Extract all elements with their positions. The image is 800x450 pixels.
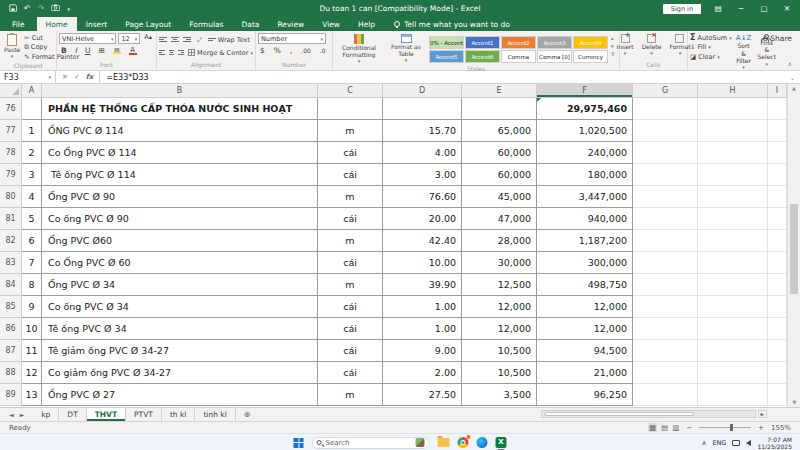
cell-style-chip[interactable]: Comma [0] [537, 50, 572, 63]
font-color-icon[interactable]: A [127, 47, 139, 55]
comma-style-button[interactable]: , [288, 46, 294, 55]
cell-a[interactable] [22, 98, 42, 120]
cell-e[interactable]: 65,000 [462, 120, 537, 142]
minimize-button[interactable]: ─ [735, 4, 747, 13]
tab-file[interactable]: File [0, 17, 37, 31]
cell-i[interactable] [768, 164, 787, 186]
camera-icon[interactable] [51, 4, 60, 13]
col-header-i[interactable]: I [768, 84, 787, 98]
cell-f[interactable]: 498,750 [537, 274, 633, 296]
share-button[interactable]: Share [761, 34, 792, 43]
ribbon-tab[interactable]: Help [349, 17, 384, 31]
number-format-combo[interactable]: Number▾ [258, 33, 326, 44]
scroll-right-icon[interactable]: ▶ [758, 410, 767, 418]
insert-function-icon[interactable]: fx [86, 73, 94, 81]
cell-a[interactable]: 6 [22, 230, 42, 252]
autosum-button[interactable]: ΣAutoSum▾ [690, 33, 732, 43]
sheet-tab[interactable]: tinh kl [195, 408, 235, 421]
vertical-scroll-thumb[interactable] [790, 204, 798, 294]
cell-d[interactable]: 76.60 [383, 186, 462, 208]
cell-c[interactable]: m [318, 120, 383, 142]
redo-icon[interactable]: ↷ [38, 4, 45, 13]
cell-b[interactable]: Co Ống PVC Ø 60 [42, 252, 318, 274]
row-number[interactable]: 85 [0, 296, 22, 318]
cell-c[interactable]: m [318, 186, 383, 208]
italic-button[interactable]: I [73, 46, 79, 55]
font-name-combo[interactable]: VNI-Helve▾ [59, 33, 116, 44]
cell-d[interactable]: 20.00 [383, 208, 462, 230]
cell-d[interactable]: 9.00 [383, 340, 462, 362]
cell-f[interactable]: 3,447,000 [537, 186, 633, 208]
cell-i[interactable] [768, 318, 787, 340]
cell-style-chip[interactable]: Accent2 [501, 36, 536, 49]
ribbon-tab[interactable]: Page Layout [116, 17, 180, 31]
ribbon-tab[interactable]: Formulas [180, 17, 232, 31]
file-explorer-icon[interactable] [438, 438, 450, 447]
cell-i[interactable] [768, 208, 787, 230]
cell-a[interactable]: 2 [22, 142, 42, 164]
cell-c[interactable] [318, 98, 383, 120]
collapse-ribbon-icon[interactable]: ∧ [788, 60, 792, 67]
cell-e[interactable]: 45,000 [462, 186, 537, 208]
accounting-format-button[interactable]: $ [258, 46, 267, 55]
page-break-view-icon[interactable]: ▥ [672, 423, 679, 432]
sheet-tab[interactable]: THVT [87, 408, 126, 421]
cell-a[interactable]: 12 [22, 362, 42, 384]
col-header-g[interactable]: G [633, 84, 698, 98]
cell-h[interactable] [698, 98, 768, 120]
bold-button[interactable]: B [59, 46, 69, 55]
cell-i[interactable] [768, 384, 787, 406]
increase-font-icon[interactable]: A▴ [142, 33, 154, 44]
col-header-e[interactable]: E [462, 84, 537, 98]
cell-d[interactable] [383, 98, 462, 120]
row-number[interactable]: 83 [0, 252, 22, 274]
maximize-button[interactable]: ▢ [758, 4, 770, 13]
fill-color-icon[interactable]: ▨ [111, 47, 123, 54]
cell-e[interactable]: 3,500 [462, 384, 537, 406]
decrease-decimal-button[interactable]: .0 [318, 47, 328, 54]
cell-h[interactable] [698, 274, 768, 296]
cell-d[interactable]: 39.90 [383, 274, 462, 296]
sort-filter-button[interactable]: A↓ZSort & Filter▾ [734, 33, 754, 71]
sheet-prev-icon[interactable]: ◄ [9, 411, 14, 418]
chrome-icon[interactable] [458, 437, 469, 448]
cell-i[interactable] [768, 252, 787, 274]
cell-d[interactable]: 1.00 [383, 318, 462, 340]
cell-a[interactable]: 1 [22, 120, 42, 142]
customize-qat-icon[interactable]: ▾ [67, 6, 70, 12]
zoom-in-icon[interactable]: + [758, 424, 764, 432]
row-number[interactable]: 82 [0, 230, 22, 252]
cell-i[interactable] [768, 340, 787, 362]
row-number[interactable]: 80 [0, 186, 22, 208]
insert-cells-button[interactable]: Insert▾ [614, 33, 635, 57]
cell-e[interactable]: 10,500 [462, 340, 537, 362]
ribbon-tab[interactable]: Home [37, 17, 77, 31]
align-left-icon[interactable] [159, 49, 165, 56]
cell-a[interactable]: 7 [22, 252, 42, 274]
excel-taskbar-icon[interactable]: X [496, 437, 507, 448]
sheet-tab[interactable]: DT [59, 408, 86, 421]
cell-d[interactable]: 2.00 [383, 362, 462, 384]
cell-e[interactable]: 12,000 [462, 318, 537, 340]
cell-c[interactable]: cái [318, 340, 383, 362]
cell-d[interactable]: 4.00 [383, 142, 462, 164]
bottom-align-icon[interactable] [183, 36, 191, 43]
cell-h[interactable] [698, 362, 768, 384]
cell-b[interactable]: Ống PVC Ø 34 [42, 274, 318, 296]
formula-input[interactable]: =E33*D33 [100, 73, 148, 82]
scroll-up-icon[interactable]: ▲ [788, 84, 800, 93]
row-number[interactable]: 77 [0, 120, 22, 142]
font-size-combo[interactable]: 12▾ [118, 33, 140, 44]
cell-f[interactable]: 12,000 [537, 296, 633, 318]
cell-c[interactable]: cái [318, 296, 383, 318]
zoom-slider-thumb[interactable] [730, 424, 733, 431]
cell-e[interactable]: 12,000 [462, 296, 537, 318]
cell-h[interactable] [698, 208, 768, 230]
align-right-icon[interactable] [178, 49, 184, 56]
col-header-c[interactable]: C [318, 84, 383, 98]
cell-style-chip[interactable]: Accent6 [465, 50, 500, 63]
row-number[interactable]: 89 [0, 384, 22, 406]
edge-icon[interactable] [477, 437, 488, 448]
cell-e[interactable]: 47,000 [462, 208, 537, 230]
normal-view-icon[interactable]: ▦ [648, 423, 657, 432]
